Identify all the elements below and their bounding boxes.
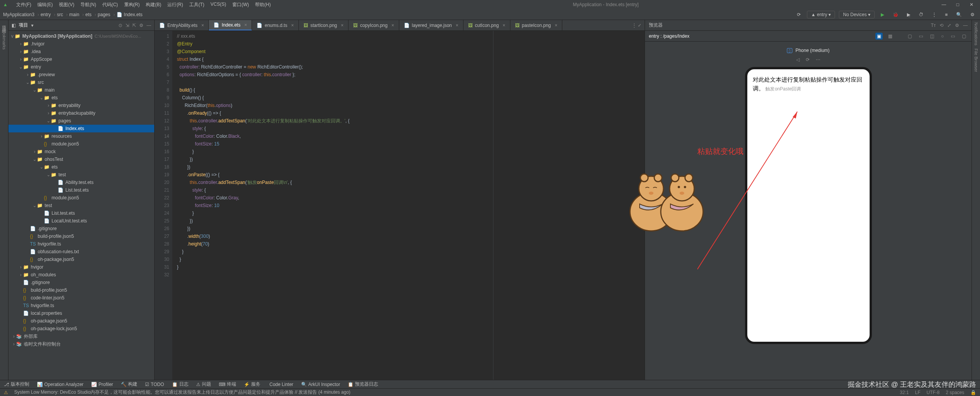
close-icon[interactable]: × (503, 23, 505, 28)
tree-node[interactable]: ›📁.idea (8, 48, 154, 55)
breadcrumb-item[interactable]: pages (98, 12, 110, 17)
close-icon[interactable]: × (201, 23, 204, 28)
tree-node[interactable]: 📄Ability.test.ets (8, 179, 154, 186)
close-icon[interactable]: × (341, 23, 343, 28)
gear-icon[interactable]: ⚙ (955, 23, 959, 28)
tree-node[interactable]: ›📚外部库 (8, 333, 154, 340)
tree-node[interactable]: ⌄📁ohosTest (8, 155, 154, 163)
editor-tab[interactable]: 🖼pasteIcon.png× (510, 20, 562, 30)
tree-node[interactable]: 📄List.test.ets (8, 186, 154, 194)
device-dropdown[interactable]: No Devices ▾ (839, 11, 875, 18)
bottom-tool-tab[interactable]: 📈Profiler (91, 382, 113, 387)
line-ending[interactable]: LF (915, 390, 920, 395)
tree-node[interactable]: {}code-linter.json5 (8, 294, 154, 302)
bottom-tool-tab[interactable]: 📊Operation Analyzer (37, 382, 83, 387)
close-icon[interactable]: × (244, 22, 247, 28)
car-icon[interactable]: ▢ (960, 33, 968, 40)
project-dropdown-icon[interactable]: ▾ (31, 23, 33, 28)
tab-overflow-icon[interactable]: ⋮ ✓ (629, 23, 645, 28)
hide-icon[interactable]: — (147, 23, 151, 28)
close-icon[interactable]: × (392, 23, 394, 28)
hide-preview-icon[interactable]: — (963, 23, 968, 28)
code-content[interactable]: // xxx.ets@Entry@Componentstruct Index {… (172, 31, 350, 380)
tree-node[interactable]: ⌄📁ets (8, 94, 154, 102)
bottom-tool-tab[interactable]: 🔨构建 (121, 381, 137, 388)
search-icon[interactable]: 🔍 (954, 11, 964, 18)
rotate-icon[interactable]: ⟳ (806, 57, 810, 62)
encoding[interactable]: UTF-8 (927, 390, 940, 395)
tree-node[interactable]: ›📁.preview (8, 71, 154, 79)
orientation-icon[interactable]: ⤢ (947, 23, 951, 28)
tree-node[interactable]: ›📚临时文件和控制台 (8, 340, 154, 348)
tree-node[interactable]: ›📁oh_modules (8, 271, 154, 279)
settings-icon[interactable]: ⚙ (139, 23, 143, 28)
more-icon[interactable]: ⋯ (816, 57, 820, 62)
tree-node[interactable]: ›📁mock (8, 148, 154, 155)
tree-node[interactable]: ›📁.hvigor (8, 40, 154, 48)
inspector-icon[interactable]: ▣ (875, 33, 883, 40)
tool-tab[interactable]: Notifications (974, 22, 978, 45)
tree-node[interactable]: ⌄📁pages (8, 117, 154, 125)
tree-node[interactable]: ⌄📁main (8, 86, 154, 94)
editor-tab[interactable]: 📄layered_image.json× (399, 20, 463, 30)
menu-item[interactable]: VCS(S) (208, 1, 228, 9)
menu-item[interactable]: 构建(B) (143, 1, 163, 9)
indent[interactable]: 2 spaces (946, 390, 964, 395)
tree-node[interactable]: 📄obfuscation-rules.txt (8, 248, 154, 256)
tree-node[interactable]: 📄List.test.ets (8, 209, 154, 217)
select-file-icon[interactable]: ⊙ (118, 23, 122, 28)
tree-node[interactable]: 📄Index.ets (8, 125, 154, 132)
menu-item[interactable]: 帮助(H) (253, 1, 273, 9)
run-button[interactable]: ▶ (878, 11, 887, 18)
tree-node[interactable]: ›📁entryability (8, 102, 154, 109)
tree-root[interactable]: v📁MyApplication3 [MyApplication]C:\Users… (8, 32, 154, 40)
tree-node[interactable]: ⌄📁test (8, 171, 154, 179)
tree-node[interactable]: 📄.gitignore (8, 279, 154, 286)
editor-tab[interactable]: 🖼cutIcon.png× (463, 20, 510, 30)
expand-icon[interactable]: ⇲ (125, 23, 129, 28)
tree-node[interactable]: {}oh-package-lock.json5 (8, 325, 154, 333)
watch-icon[interactable]: ○ (940, 33, 945, 40)
menu-item[interactable]: 文件(F) (14, 1, 33, 9)
phone-icon[interactable]: ▢ (906, 33, 913, 40)
run-config-dropdown[interactable]: ▲ entry ▾ (807, 11, 835, 18)
tree-node[interactable]: {}build-profile.json5 (8, 232, 154, 240)
tree-node[interactable]: ›📁resources (8, 132, 154, 140)
menu-item[interactable]: 运行(R) (165, 1, 185, 9)
editor-tab[interactable]: 📄Index.ets× (209, 20, 252, 30)
text-tool-icon[interactable]: Tт (931, 23, 936, 28)
bottom-tool-tab[interactable]: ☑TODO (145, 382, 164, 387)
tree-node[interactable]: ⌄📁ets (8, 163, 154, 171)
tablet-icon[interactable]: ▭ (917, 33, 925, 40)
menu-item[interactable]: 代码(C) (100, 1, 120, 9)
layout-icon[interactable]: ▦ (887, 33, 894, 40)
bottom-tool-tab[interactable]: 📋预览器日志 (348, 381, 378, 388)
tree-node[interactable]: 📄.gitignore (8, 225, 154, 232)
tree-node[interactable]: ⌄📁test (8, 202, 154, 209)
close-button[interactable]: ✕ (966, 2, 977, 7)
tree-node[interactable]: TShvigorfile.ts (8, 302, 154, 309)
breadcrumb-item[interactable]: Index.ets (124, 12, 143, 17)
debug-button[interactable]: 🐞 (890, 11, 901, 18)
tool-tab[interactable]: Bookmarks (2, 28, 7, 50)
tree-node[interactable]: {}module.json5 (8, 140, 154, 148)
tree-node[interactable]: ›📁AppScope (8, 55, 154, 63)
close-icon[interactable]: × (555, 23, 557, 28)
breadcrumb-item[interactable]: main (69, 12, 79, 17)
editor-tab[interactable]: 📄EntryAbility.ets× (155, 20, 209, 30)
tree-node[interactable]: ›📁entrybackupability (8, 109, 154, 117)
bottom-tool-tab[interactable]: ⌨终端 (219, 381, 236, 388)
maximize-button[interactable]: □ (952, 2, 963, 7)
menu-item[interactable]: 视图(V) (57, 1, 77, 9)
editor-tab[interactable]: 🖼startIcon.png× (299, 20, 348, 30)
collapse-icon[interactable]: ⇱ (132, 23, 136, 28)
tree-node[interactable]: {}build-profile.json5 (8, 286, 154, 294)
tree-node[interactable]: TShvigorfile.ts (8, 240, 154, 248)
menu-item[interactable]: 窗口(W) (230, 1, 251, 9)
code-editor[interactable]: 1234567891011121314151617181920212223242… (155, 31, 645, 380)
bottom-tool-tab[interactable]: 🔍ArkUI Inspector (301, 382, 340, 387)
tv-icon[interactable]: ▭ (949, 33, 957, 40)
breadcrumb-item[interactable]: ets (85, 12, 92, 17)
tree-node[interactable]: {}oh-package.json5 (8, 256, 154, 263)
breadcrumb-item[interactable]: MyApplication3 (3, 12, 34, 17)
